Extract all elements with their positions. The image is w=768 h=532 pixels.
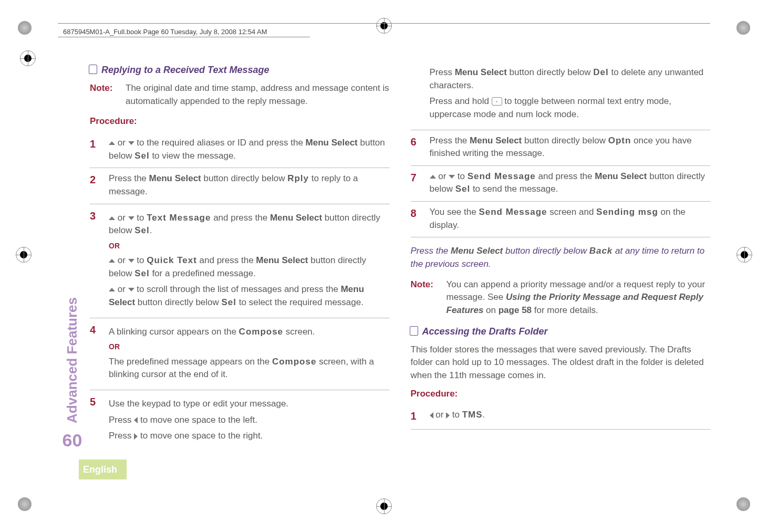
menu-select: Menu Select xyxy=(149,173,201,183)
t: to send the message. xyxy=(470,184,558,194)
menu-select: Menu Select xyxy=(270,213,322,223)
t: . xyxy=(483,410,485,420)
procedure-label: Procedure: xyxy=(411,388,711,401)
step-num: 2 xyxy=(90,172,101,187)
t: to xyxy=(455,171,468,181)
note-label: Note: xyxy=(90,82,115,108)
t: for a predefined message. xyxy=(150,268,256,278)
section-title-text: Accessing the Drafts Folder xyxy=(422,325,548,338)
t: Press xyxy=(109,415,134,425)
reg-mark-ml xyxy=(16,247,32,263)
step-num: 4 xyxy=(90,322,101,338)
step-body: or to TMS. xyxy=(430,409,711,422)
drafts-intro: This folder stores the messages that wer… xyxy=(411,343,711,382)
reg-mark-mr xyxy=(736,247,752,263)
up-icon xyxy=(109,284,115,294)
section-label: Advanced Features xyxy=(63,297,82,423)
down-icon xyxy=(128,213,134,223)
step-num: 3 xyxy=(90,208,101,224)
ui-back: Back xyxy=(589,246,613,256)
ui-sel: Sel xyxy=(134,268,150,278)
menu-select: Menu Select xyxy=(306,138,358,148)
drafts-step-1: 1 or to TMS. xyxy=(411,404,711,430)
t: to xyxy=(450,410,462,420)
up-icon xyxy=(109,138,115,148)
ui-sel: Sel xyxy=(455,184,471,194)
step-3: 3 or to Text Message and press the Menu … xyxy=(90,204,390,318)
step-body: or to Text Message and press the Menu Se… xyxy=(109,208,390,312)
note-block-2: Note: You can append a priority message … xyxy=(411,278,711,317)
ui-compose: Compose xyxy=(272,357,316,367)
ui-send-message: Send Message xyxy=(479,207,547,217)
t: button directly below xyxy=(507,67,593,77)
step-7: 7 or to Send Message and press the Menu … xyxy=(411,166,711,202)
top-rule xyxy=(58,23,710,24)
t: A blinking cursor appears on the xyxy=(109,327,239,337)
step-8: 8 You see the Send Message screen and Se… xyxy=(411,202,711,237)
menu-select: Menu Select xyxy=(595,171,647,181)
t: Press and hold xyxy=(430,96,492,106)
t: to xyxy=(134,255,147,265)
ui-rply: Rply xyxy=(287,173,309,183)
note-label: Note: xyxy=(411,278,436,317)
step-num: 5 xyxy=(90,394,101,410)
step-4: 4 A blinking cursor appears on the Compo… xyxy=(90,318,390,390)
t: or xyxy=(436,171,449,181)
t: to select the required message. xyxy=(236,297,364,307)
note-block: Note: The original date and time stamp, … xyxy=(90,82,390,108)
post-step-note: Press the Menu Select button directly be… xyxy=(411,245,711,270)
t: to view the message. xyxy=(150,151,236,161)
up-icon xyxy=(109,255,115,265)
t: You see the xyxy=(430,207,479,217)
t: Press the xyxy=(430,135,470,145)
t: Press xyxy=(430,67,455,77)
step-body: You see the Send Message screen and Send… xyxy=(430,206,711,232)
t: or xyxy=(115,138,128,148)
step-num: 1 xyxy=(411,409,422,424)
t: to move one space to the left. xyxy=(138,415,257,425)
step-num: 6 xyxy=(411,134,422,150)
step-num: 1 xyxy=(90,137,101,152)
running-header: 6875945M01-A_Full.book Page 60 Tuesday, … xyxy=(63,27,267,37)
t: Press the xyxy=(109,173,149,183)
step-6: 6 Press the Menu Select button directly … xyxy=(411,130,711,166)
up-icon xyxy=(430,171,436,181)
up-icon xyxy=(109,213,115,223)
ui-optn: Optn xyxy=(608,135,631,145)
reg-mark-bc xyxy=(376,498,392,514)
section-title-drafts: Accessing the Drafts Folder xyxy=(411,325,711,338)
t: and press the xyxy=(197,255,256,265)
step-5-cont: Press Menu Select button directly below … xyxy=(411,66,711,130)
ui-send-message: Send Message xyxy=(468,171,536,181)
t: button directly below xyxy=(135,297,221,307)
ui-quick-text: Quick Text xyxy=(147,255,197,265)
t: The predefined message appears on the xyxy=(109,357,272,367)
page-ref: page 58 xyxy=(499,305,532,315)
ui-sel: Sel xyxy=(222,297,237,307)
reg-mark-il xyxy=(20,50,36,66)
t: to the required aliases or ID and press … xyxy=(134,138,306,148)
step-body: or to the required aliases or ID and pre… xyxy=(109,137,390,162)
menu-select: Menu Select xyxy=(256,255,308,265)
reg-mark-tc xyxy=(376,18,392,34)
page-number: 60 xyxy=(63,427,82,453)
doc-icon xyxy=(90,66,97,74)
or-label: OR xyxy=(109,241,390,251)
down-icon xyxy=(128,284,134,294)
step-5: 5 Use the keypad to type or edit your me… xyxy=(90,390,390,446)
menu-select: Menu Select xyxy=(455,67,507,77)
ui-sel: Sel xyxy=(134,151,150,161)
step-2: 2 Press the Menu Select button directly … xyxy=(90,168,390,204)
step-body: or to Send Message and press the Menu Se… xyxy=(430,170,711,196)
t: to xyxy=(134,213,147,223)
side-tab: Advanced Features 60 xyxy=(58,63,87,453)
t: or xyxy=(433,410,447,420)
step-num: 8 xyxy=(411,206,422,221)
t: on xyxy=(483,305,498,315)
down-icon xyxy=(128,255,134,265)
or-label: OR xyxy=(109,341,390,352)
t: or xyxy=(115,213,128,223)
right-icon xyxy=(446,410,450,420)
t: button directly below xyxy=(503,246,589,256)
t: Press the xyxy=(411,246,451,256)
